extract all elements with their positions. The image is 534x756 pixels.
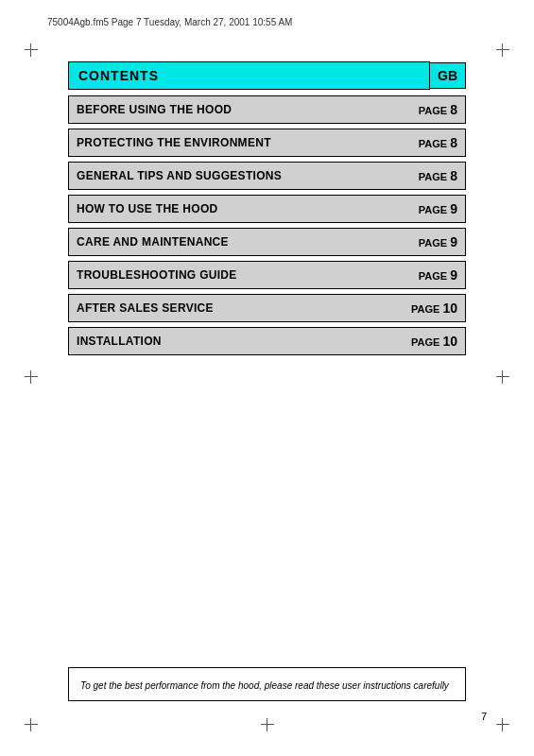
contents-title-box: CONTENTS [68,61,430,90]
contents-gb-label: GB [430,62,466,89]
toc-row: AFTER SALES SERVICEPAGE 10 [68,294,466,322]
toc-row-page: PAGE 9 [408,263,465,287]
toc-row: PROTECTING THE ENVIRONMENTPAGE 8 [68,129,466,157]
bottom-note-text: To get the best performance from the hoo… [80,680,449,691]
toc-row-title: BEFORE USING THE HOOD [69,98,408,121]
toc-row-title: INSTALLATION [69,330,404,352]
crosshair-bottom-right [496,718,509,731]
toc-row-title: CARE AND MAINTENANCE [69,231,408,253]
contents-header: CONTENTS GB [68,61,466,90]
crosshair-bottom-mid [261,718,274,731]
toc-row-page: PAGE 8 [408,97,465,122]
contents-title: CONTENTS [78,68,159,83]
toc-row: BEFORE USING THE HOODPAGE 8 [68,95,466,124]
header-bar: 75004Agb.fm5 Page 7 Tuesday, March 27, 2… [47,17,487,27]
toc-list: BEFORE USING THE HOODPAGE 8PROTECTING TH… [68,95,466,355]
toc-row: TROUBLESHOOTING GUIDEPAGE 9 [68,261,466,289]
toc-row-page: PAGE 9 [408,230,465,254]
crosshair-bottom-left [25,718,38,731]
toc-row-page: PAGE 8 [408,163,465,188]
crosshair-top-left [25,43,38,57]
toc-row-title: PROTECTING THE ENVIRONMENT [69,131,408,154]
bottom-note-box: To get the best performance from the hoo… [68,667,466,701]
toc-row-page: PAGE 10 [404,329,465,353]
file-info: 75004Agb.fm5 Page 7 Tuesday, March 27, 2… [47,17,292,27]
toc-row: GENERAL TIPS AND SUGGESTIONSPAGE 8 [68,162,466,190]
content-area: CONTENTS GB BEFORE USING THE HOODPAGE 8P… [68,61,466,360]
page: 75004Agb.fm5 Page 7 Tuesday, March 27, 2… [0,0,534,756]
crosshair-mid-left [25,370,38,384]
toc-row: INSTALLATIONPAGE 10 [68,327,466,355]
page-number: 7 [481,711,487,722]
toc-row-page: PAGE 8 [408,130,465,155]
toc-row: CARE AND MAINTENANCEPAGE 9 [68,228,466,256]
toc-row-title: AFTER SALES SERVICE [69,297,404,319]
toc-row-title: TROUBLESHOOTING GUIDE [69,264,408,286]
toc-row: HOW TO USE THE HOODPAGE 9 [68,195,466,223]
toc-row-title: GENERAL TIPS AND SUGGESTIONS [69,164,408,187]
crosshair-mid-right [496,370,509,384]
toc-row-title: HOW TO USE THE HOOD [69,198,408,220]
crosshair-top-right [496,43,509,57]
toc-row-page: PAGE 9 [408,197,465,221]
toc-row-page: PAGE 10 [404,296,465,320]
